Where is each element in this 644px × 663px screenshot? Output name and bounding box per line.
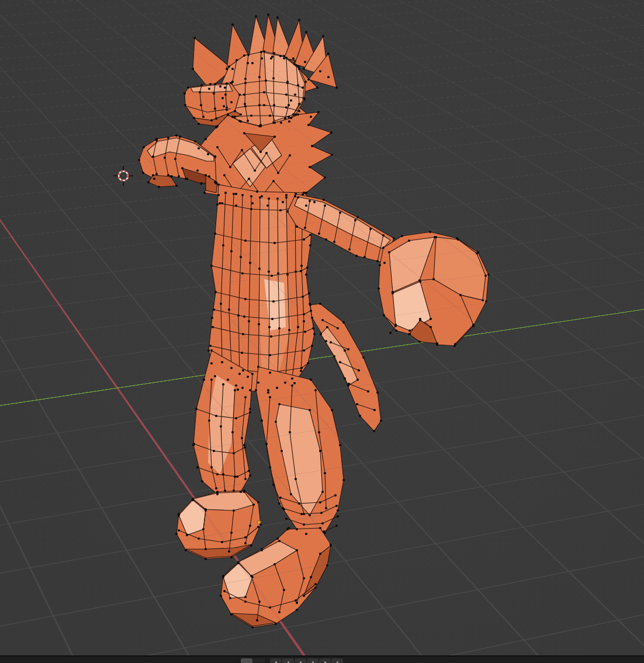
viewport-3d[interactable] — [0, 0, 644, 655]
mesh-right-hand — [379, 232, 489, 346]
mesh-left-leg — [193, 350, 252, 494]
character-mesh[interactable] — [138, 13, 490, 629]
editor-type-button[interactable] — [241, 658, 252, 663]
playback-controls — [270, 658, 343, 663]
play-button[interactable] — [307, 658, 318, 663]
previous-keyframe-button[interactable] — [282, 658, 294, 663]
timeline-buttons — [241, 658, 348, 663]
next-keyframe-button[interactable] — [319, 658, 331, 663]
play-reverse-button[interactable] — [295, 658, 306, 663]
editor-menu-button[interactable] — [253, 658, 265, 663]
jump-to-start-button[interactable] — [270, 658, 282, 663]
jump-to-end-button[interactable] — [331, 658, 343, 663]
editor-header-left — [241, 658, 265, 663]
app-window — [0, 0, 644, 663]
mesh-left-boot — [176, 491, 261, 559]
timeline-header-strip — [0, 655, 644, 663]
mesh-canvas — [0, 0, 644, 655]
